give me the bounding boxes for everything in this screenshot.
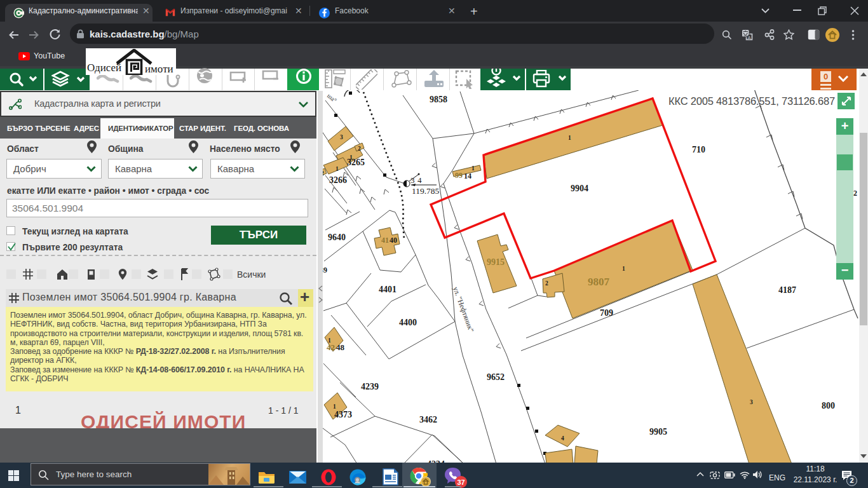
svg-text:9640: 9640	[328, 233, 346, 242]
svg-text:1: 1	[568, 135, 571, 141]
svg-text:4: 4	[417, 175, 422, 185]
svg-text:1: 1	[622, 266, 625, 272]
svg-text:3: 3	[410, 175, 415, 185]
svg-text:4400: 4400	[399, 318, 417, 327]
svg-text:A: A	[747, 35, 750, 41]
svg-text:42: 42	[327, 342, 335, 352]
svg-text:ша°: ша°	[326, 92, 338, 104]
svg-text:9915: 9915	[487, 257, 505, 267]
svg-text:9858: 9858	[430, 95, 447, 104]
svg-text:9905: 9905	[649, 427, 667, 437]
svg-text:2: 2	[358, 146, 361, 152]
svg-text:119.785: 119.785	[412, 186, 440, 196]
svg-text:4373: 4373	[334, 410, 352, 419]
svg-text:1: 1	[333, 403, 336, 410]
svg-text:1: 1	[349, 154, 353, 161]
svg-text:710: 710	[692, 145, 705, 154]
svg-text:9652: 9652	[487, 372, 505, 382]
svg-text:4401: 4401	[379, 285, 397, 294]
svg-text:709: 709	[600, 308, 613, 318]
svg-text:ул. "Нефтяник": ул. "Нефтяник"	[451, 286, 475, 334]
svg-text:Всички: Всички	[237, 269, 266, 280]
svg-text:3462: 3462	[419, 415, 437, 424]
svg-text:1: 1	[471, 165, 475, 172]
svg-text:4239: 4239	[361, 382, 379, 391]
svg-text:3: 3	[750, 399, 753, 405]
svg-text:2: 2	[545, 280, 548, 287]
svg-text:41: 41	[381, 236, 389, 245]
svg-text:14: 14	[464, 172, 471, 180]
svg-text:48: 48	[336, 342, 345, 352]
svg-text:800: 800	[822, 401, 835, 410]
svg-text:1: 1	[336, 166, 339, 172]
svg-text:40: 40	[390, 236, 397, 245]
svg-text:99: 99	[455, 171, 463, 180]
svg-text:9904: 9904	[571, 184, 588, 193]
svg-text:3266: 3266	[329, 175, 347, 185]
svg-text:1: 1	[328, 337, 331, 344]
svg-text:4: 4	[561, 435, 564, 442]
svg-text:9807: 9807	[588, 276, 610, 288]
svg-text:4187: 4187	[778, 285, 796, 295]
svg-text:3: 3	[340, 134, 343, 140]
